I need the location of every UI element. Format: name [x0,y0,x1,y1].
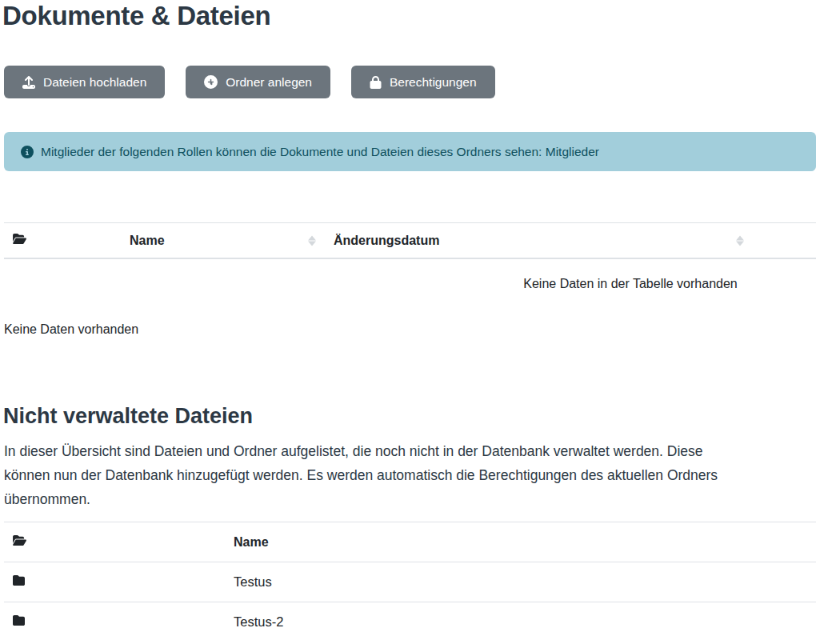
name-header-label: Name [130,234,165,247]
documents-table-empty-row: Keine Daten in der Tabelle vorhanden [4,258,816,301]
lock-icon [370,76,382,89]
toolbar: Dateien hochladen Ordner anlegen Berecht… [4,66,816,98]
documents-table: Name Änderungsdatum Keine Daten in der T… [4,222,816,301]
upload-icon [22,76,35,89]
unmanaged-section-title: Nicht verwaltete Dateien [3,402,816,430]
folder-open-icon [12,233,27,245]
unmanaged-table-name-header: Name [226,522,816,562]
folder-name[interactable]: Testus [226,562,816,602]
page-title: Dokumente & Dateien [2,0,816,32]
documents-table-name-header[interactable]: Name [122,223,326,259]
row-icon-cell [4,562,226,602]
row-icon-cell [4,602,226,642]
permissions-button[interactable]: Berechtigungen [351,66,495,98]
upload-files-label: Dateien hochladen [43,76,146,89]
description-line: können nun der Datenbank hinzugefügt wer… [4,463,816,487]
documents-table-container: Name Änderungsdatum Keine Daten in der T… [4,222,816,301]
table-row[interactable]: Testus [4,562,816,602]
description-line: übernommen. [4,487,816,511]
create-folder-button[interactable]: Ordner anlegen [186,66,330,98]
modified-header-label: Änderungsdatum [334,234,439,247]
page-container: Dokumente & Dateien Dateien hochladen Or… [0,0,816,642]
roles-info-banner: Mitglieder der folgenden Rollen können d… [4,132,816,171]
documents-table-info: Keine Daten vorhanden [4,322,816,337]
documents-table-icon-header [4,223,122,259]
upload-files-button[interactable]: Dateien hochladen [4,66,165,98]
create-folder-label: Ordner anlegen [226,76,312,89]
folder-icon [12,574,26,586]
sort-icon[interactable] [736,235,744,246]
unmanaged-files-table: Name Testus Testus-2 [4,522,816,642]
info-circle-icon [21,146,34,158]
folder-name[interactable]: Testus-2 [226,602,816,642]
unmanaged-table-header-row: Name [4,522,816,562]
unmanaged-section-description: In dieser Übersicht sind Dateien und Ord… [4,439,816,511]
table-row[interactable]: Testus-2 [4,602,816,642]
folder-open-icon [12,534,27,546]
permissions-label: Berechtigungen [390,76,477,89]
sort-icon[interactable] [308,235,316,246]
documents-table-extra-header [754,223,816,259]
documents-table-empty-message: Keine Daten in der Tabelle vorhanden [4,258,816,301]
plus-circle-icon [204,75,218,89]
documents-table-header-row: Name Änderungsdatum [4,223,816,259]
description-line: In dieser Übersicht sind Dateien und Ord… [4,439,816,463]
unmanaged-table-icon-header [4,522,226,562]
documents-table-modified-header[interactable]: Änderungsdatum [326,223,754,259]
roles-info-text: Mitglieder der folgenden Rollen können d… [41,145,599,159]
folder-icon [12,614,26,626]
